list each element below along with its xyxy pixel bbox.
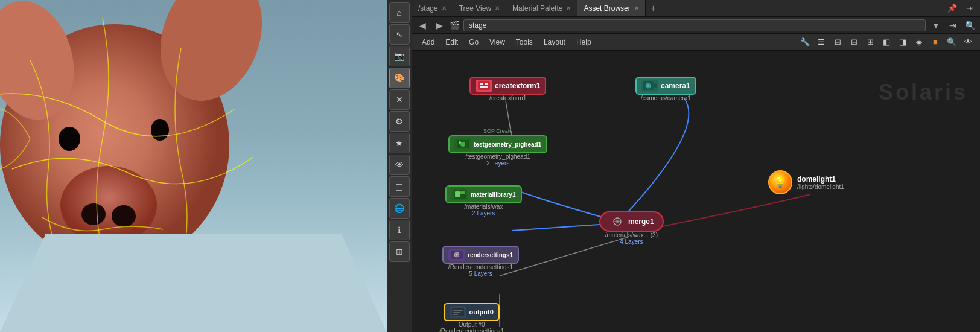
menu-help[interactable]: Help xyxy=(571,37,596,48)
camera1-path: /cameras/camera1 xyxy=(641,95,691,101)
tool-select[interactable]: ✕ xyxy=(389,89,410,110)
tools-list[interactable]: ☰ xyxy=(814,36,829,49)
svg-point-24 xyxy=(456,254,458,256)
tab-treeview-label: Tree View xyxy=(459,4,491,13)
svg-point-18 xyxy=(459,141,461,144)
tab-bar: /stage ✕ Tree View ✕ Material Palette ✕ … xyxy=(412,0,980,17)
sidebar-tools: ⌂ ↖ 📷 🎨 ✕ ⚙ ★ 👁 ◫ 🌐 ℹ ⊞ xyxy=(387,0,412,332)
tools-shader[interactable]: ◈ xyxy=(912,36,926,49)
svg-rect-15 xyxy=(480,86,488,88)
tools-orange[interactable]: ■ xyxy=(928,36,943,49)
testgeom-label: testgeometry_pighead1 xyxy=(474,141,541,148)
menu-go[interactable]: Go xyxy=(464,37,483,48)
matlibrary-label: materiallibrary1 xyxy=(471,191,516,198)
node-camera1[interactable]: camera1 /cameras/camera1 xyxy=(635,77,696,101)
node-output0[interactable]: output0 Output #0 /Render/rendersettings… xyxy=(439,303,504,332)
tool-layers[interactable]: ◫ xyxy=(389,176,410,197)
tab-add-button[interactable]: + xyxy=(646,0,661,16)
forward-button[interactable]: ▶ xyxy=(433,19,446,32)
testgeom-header: SOP Create xyxy=(483,128,512,134)
bookmark-button[interactable]: ⇥ xyxy=(946,19,959,32)
tool-star[interactable]: ★ xyxy=(389,133,410,153)
svg-rect-13 xyxy=(480,83,483,85)
tool-pointer[interactable]: ↖ xyxy=(389,24,410,45)
tools-expand[interactable]: ⊞ xyxy=(863,36,877,49)
rendersettings-label: rendersettings1 xyxy=(468,252,513,258)
solaris-watermark: Solaris xyxy=(879,80,968,105)
svg-point-5 xyxy=(112,205,136,227)
svg-rect-26 xyxy=(453,310,463,311)
svg-point-32 xyxy=(647,85,649,87)
node-testgeometry[interactable]: SOP Create testgeometry_pighead1 /testge… xyxy=(448,128,547,167)
createxform1-path: /createxform1 xyxy=(489,95,526,101)
tab-materialpalette-close[interactable]: ✕ xyxy=(566,5,571,11)
menu-layout[interactable]: Layout xyxy=(539,37,570,48)
node-domelight1[interactable]: 💡 domelight1 /lights/domelight1 xyxy=(768,170,844,194)
menu-view[interactable]: View xyxy=(485,37,510,48)
tool-info[interactable]: ℹ xyxy=(389,220,410,240)
node-rendersettings[interactable]: rendersettings1 /Render/rendersettings1 … xyxy=(442,246,519,277)
domelight1-label: domelight1 xyxy=(797,175,844,184)
tool-home[interactable]: ⌂ xyxy=(389,2,410,23)
output0-label: output0 xyxy=(469,308,493,316)
pin-button[interactable]: 📌 xyxy=(945,2,959,15)
address-dropdown[interactable]: ▼ xyxy=(929,19,943,32)
svg-rect-14 xyxy=(485,83,488,85)
tab-stage-label: /stage xyxy=(418,4,438,13)
address-input[interactable]: stage xyxy=(463,19,926,31)
rendersettings-path: /Render/rendersettings1 xyxy=(448,264,513,270)
menu-edit[interactable]: Edit xyxy=(441,37,463,48)
tool-camera[interactable]: 📷 xyxy=(389,46,410,66)
output0-path: /Render/rendersettings1 xyxy=(439,328,504,332)
merge1-layers: 4 Layers xyxy=(620,238,643,245)
menu-add[interactable]: Add xyxy=(417,37,439,48)
tab-stage-close[interactable]: ✕ xyxy=(442,5,447,11)
tools-eye[interactable]: 👁 xyxy=(961,36,975,49)
merge1-path: /materials/wax... (3) xyxy=(605,232,658,238)
tab-assetbrowser-label: Asset Browser xyxy=(584,4,630,13)
svg-point-4 xyxy=(81,203,106,225)
menu-tools[interactable]: Tools xyxy=(511,37,538,48)
tab-treeview-close[interactable]: ✕ xyxy=(495,5,500,11)
expand-button[interactable]: ⇥ xyxy=(962,2,976,15)
node-canvas[interactable]: Solaris createxform1 /createxform1 SOP C… xyxy=(412,68,980,332)
tools-pane1[interactable]: ◧ xyxy=(879,36,894,49)
svg-rect-30 xyxy=(654,83,657,88)
svg-point-3 xyxy=(60,166,157,244)
tool-paint[interactable]: 🎨 xyxy=(389,68,410,88)
tab-stage[interactable]: /stage ✕ xyxy=(412,0,453,16)
tools-pane2[interactable]: ◨ xyxy=(896,36,910,49)
svg-rect-28 xyxy=(453,314,458,315)
merge1-label: merge1 xyxy=(628,217,654,226)
address-bar: ◀ ▶ 🎬 stage ▼ ⇥ 🔍 xyxy=(412,17,980,34)
svg-rect-20 xyxy=(455,191,460,197)
camera1-label: camera1 xyxy=(661,81,690,90)
tools-search[interactable]: 🔍 xyxy=(944,36,959,49)
tools-wrench[interactable]: 🔧 xyxy=(798,36,812,49)
tools-columns[interactable]: ⊞ xyxy=(830,36,845,49)
svg-rect-21 xyxy=(460,191,465,194)
tab-assetbrowser-close[interactable]: ✕ xyxy=(634,5,639,11)
back-button[interactable]: ◀ xyxy=(416,19,429,32)
svg-point-17 xyxy=(460,142,465,147)
output0-sub: Output #0 xyxy=(459,321,485,328)
tools-grid[interactable]: ⊟ xyxy=(847,36,861,49)
stage-icon: 🎬 xyxy=(450,21,460,30)
testgeom-layers: 2 Layers xyxy=(486,160,509,167)
tool-render[interactable]: ⚙ xyxy=(389,111,410,132)
tab-materialpalette-label: Material Palette xyxy=(512,4,562,13)
node-merge1[interactable]: merge1 /materials/wax... (3) 4 Layers xyxy=(599,211,664,245)
tool-globe[interactable]: 🌐 xyxy=(389,198,410,219)
svg-rect-27 xyxy=(453,312,460,313)
svg-rect-12 xyxy=(478,81,490,90)
createxform1-label: createxform1 xyxy=(495,81,540,90)
tab-treeview[interactable]: Tree View ✕ xyxy=(453,0,506,16)
viewport-panel xyxy=(0,0,387,332)
node-materiallibrary[interactable]: materiallibrary1 /materials/wax 2 Layers xyxy=(445,185,522,217)
tool-view[interactable]: 👁 xyxy=(389,155,410,175)
tab-materialpalette[interactable]: Material Palette ✕ xyxy=(506,0,578,16)
tool-grid[interactable]: ⊞ xyxy=(389,241,410,262)
node-createxform1[interactable]: createxform1 /createxform1 xyxy=(469,77,546,101)
tab-assetbrowser[interactable]: Asset Browser ✕ xyxy=(578,0,645,16)
zoom-button[interactable]: 🔍 xyxy=(963,19,976,32)
